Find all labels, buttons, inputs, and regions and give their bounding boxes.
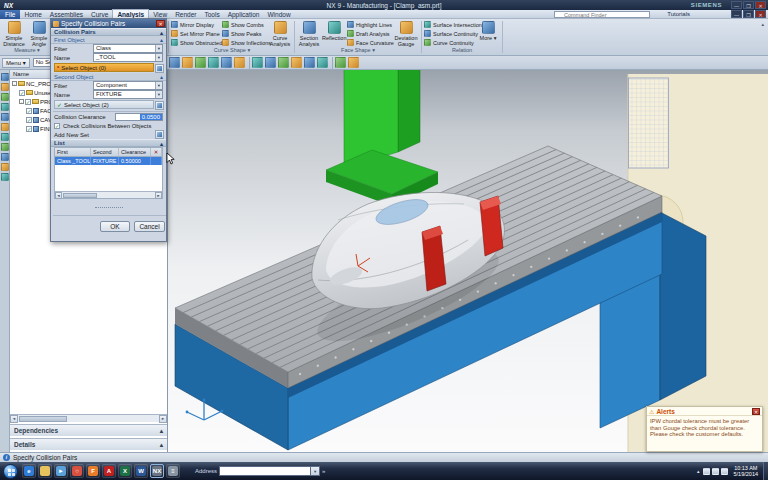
taskbar-word[interactable]: W (134, 464, 148, 478)
alert-close-button[interactable]: ✕ (752, 408, 760, 415)
roles-tab[interactable] (1, 163, 9, 171)
face-curvature-button[interactable]: Face Curvature (347, 38, 394, 47)
address-input[interactable] (219, 466, 311, 476)
assembly-navigator-tab[interactable] (1, 73, 9, 81)
taskbar-nx-active[interactable]: NX (150, 464, 164, 478)
command-finder-input[interactable] (554, 11, 650, 18)
manufacturing-wizards-tab[interactable] (1, 153, 9, 161)
navigator-hscrollbar[interactable]: ◄ ► (10, 414, 167, 422)
pan-icon[interactable] (278, 57, 289, 68)
show-hidden-icons[interactable]: ▴ (697, 468, 700, 474)
file-menu[interactable]: File (0, 10, 20, 19)
check-icon[interactable]: ✓ (25, 99, 31, 105)
surface-continuity-button[interactable]: Surface Continuity (424, 29, 482, 38)
second-select-tool-button[interactable] (155, 101, 164, 110)
add-new-set-button[interactable] (155, 130, 164, 139)
part-navigator-tab[interactable] (1, 93, 9, 101)
second-object-group[interactable]: Second Object▴ (51, 73, 166, 81)
tab-application[interactable]: Application (224, 10, 264, 19)
check-collisions-checkbox[interactable]: ✓ (54, 123, 60, 129)
system-visualization-tab[interactable] (1, 173, 9, 181)
check-icon[interactable]: ✓ (19, 90, 25, 96)
show-combs-button[interactable]: Show Combs (222, 20, 271, 29)
first-name-dropdown[interactable]: _TOOL▾ (93, 53, 163, 62)
show-inflections-button[interactable]: Show Inflections (222, 38, 271, 47)
check-icon[interactable]: ✓ (26, 126, 32, 132)
3d-scene[interactable] (168, 70, 768, 452)
hd3d-tools-tab[interactable] (1, 113, 9, 121)
menu-button[interactable]: Menu ▾ (2, 58, 30, 68)
remove-row-icon[interactable]: ✕ (151, 148, 162, 156)
minimize-button[interactable]: — (731, 1, 742, 9)
resize-handle[interactable] (95, 207, 123, 209)
check-icon[interactable]: ✓ (26, 108, 32, 114)
curve-continuity-button[interactable]: Curve Continuity (424, 38, 482, 47)
scrollbar-thumb[interactable] (19, 416, 67, 422)
machine-column[interactable] (326, 70, 438, 206)
window-icon[interactable] (335, 57, 346, 68)
table-hscrollbar[interactable]: ◄ ► (55, 191, 162, 198)
shaded-view-icon[interactable] (304, 57, 315, 68)
doc-close-button[interactable]: ✕ (755, 10, 766, 18)
work-plane-icon[interactable] (182, 57, 193, 68)
process-studio-tab[interactable] (1, 143, 9, 151)
action-center-tray-icon[interactable] (721, 468, 728, 475)
table-row[interactable]: Class _TOOL FIXTURE 0.50000 (55, 157, 162, 165)
collision-clearance-field[interactable]: 0.0500 (115, 113, 163, 121)
second-filter-dropdown[interactable]: Component▾ (93, 81, 163, 90)
first-select-object-bar[interactable]: * Select Object (0) (54, 63, 154, 72)
mirror-display-button[interactable]: Mirror Display (171, 20, 222, 29)
start-button[interactable] (3, 464, 18, 479)
highlight-lines-button[interactable]: Highlight Lines (347, 20, 394, 29)
show-hide-icon[interactable] (348, 57, 359, 68)
wireframe-view-icon[interactable] (317, 57, 328, 68)
taskbar-clock[interactable]: 10:13 AM 5/19/2014 (729, 465, 763, 478)
scroll-right-icon[interactable]: ► (159, 415, 167, 423)
history-tab[interactable] (1, 133, 9, 141)
cancel-button[interactable]: Cancel (134, 221, 165, 232)
show-peaks-button[interactable]: Show Peaks (222, 29, 271, 38)
network-tray-icon[interactable] (703, 468, 710, 475)
taskbar-excel[interactable]: X (118, 464, 132, 478)
rotate-icon[interactable] (291, 57, 302, 68)
constraint-navigator-tab[interactable] (1, 83, 9, 91)
tab-render[interactable]: Render (171, 10, 200, 19)
first-select-tool-button[interactable] (155, 64, 164, 73)
taskbar-firefox[interactable]: F (86, 464, 100, 478)
second-select-object-bar[interactable]: ✓ Select Object (2) (54, 100, 154, 109)
reuse-library-tab[interactable] (1, 103, 9, 111)
point-on-curve-icon[interactable] (195, 57, 206, 68)
scroll-right-icon[interactable]: ► (155, 192, 162, 199)
surface-intersection-button[interactable]: Surface Intersection (424, 20, 482, 29)
first-object-group[interactable]: First Object▴ (51, 36, 166, 44)
scrollbar-thumb[interactable] (63, 193, 97, 198)
tab-tools[interactable]: Tools (200, 10, 223, 19)
dialog-close-button[interactable]: ✕ (156, 20, 165, 27)
taskbar-windows-explorer[interactable] (38, 464, 52, 478)
menu-window[interactable]: Window (263, 10, 294, 19)
intersection-icon[interactable] (234, 57, 245, 68)
taskbar-media-player[interactable]: ► (54, 464, 68, 478)
expand-icon[interactable]: - (12, 81, 17, 86)
midpoint-icon[interactable] (221, 57, 232, 68)
dialog-title-bar[interactable]: Specify Collision Pairs ✕ (51, 19, 166, 28)
expand-icon[interactable]: - (19, 99, 24, 104)
tab-home[interactable]: Home (20, 10, 45, 19)
close-button[interactable]: ✕ (755, 1, 766, 9)
tutorials-menu[interactable]: Tutorials (667, 11, 690, 17)
draft-analysis-button[interactable]: Draft Analysis (347, 29, 394, 38)
table-header-row[interactable]: First Second Clearance ✕ (55, 148, 162, 157)
graphics-window[interactable] (168, 70, 768, 452)
ok-button[interactable]: OK (100, 221, 130, 232)
fit-view-icon[interactable] (252, 57, 263, 68)
collision-pairs-group[interactable]: Collision Pairs▴ (51, 28, 166, 36)
show-desktop-button[interactable] (763, 462, 768, 480)
minimize-ribbon-icon[interactable]: ▴ (761, 21, 764, 27)
taskbar-adobe-reader[interactable]: A (102, 464, 116, 478)
details-panel-header[interactable]: Details▴ (10, 438, 167, 450)
taskbar-chrome[interactable]: ○ (70, 464, 84, 478)
list-group[interactable]: List▴ (51, 139, 166, 147)
second-name-dropdown[interactable]: FIXTURE▾ (93, 90, 163, 99)
zoom-icon[interactable] (265, 57, 276, 68)
doc-minimize-button[interactable]: — (731, 10, 742, 18)
